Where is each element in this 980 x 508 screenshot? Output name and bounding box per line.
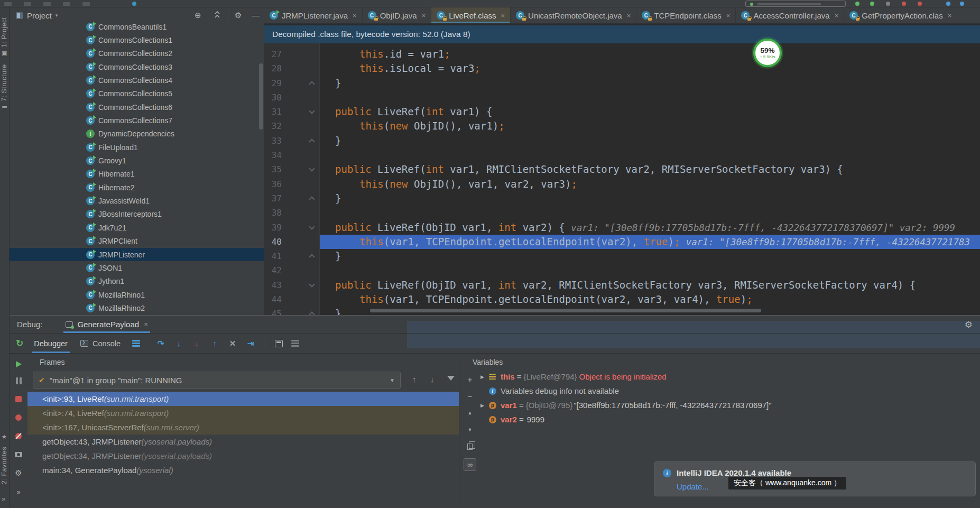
- force-step-into-icon[interactable]: ↓: [192, 339, 201, 348]
- frame-row[interactable]: <init>:74, LiveRef (sun.rmi.transport): [27, 406, 459, 420]
- close-icon[interactable]: ×: [144, 320, 148, 328]
- line-number[interactable]: 27: [264, 49, 282, 59]
- line-number[interactable]: 35: [264, 164, 282, 174]
- run-to-cursor-icon[interactable]: ⇥: [246, 339, 255, 348]
- collapse-all-icon[interactable]: [214, 11, 221, 20]
- code-line[interactable]: 36this(new ObjID(), var1, var2, var3);: [264, 177, 980, 191]
- step-over-icon[interactable]: ↷: [156, 339, 165, 348]
- fold-marker-icon[interactable]: [309, 108, 315, 114]
- filter-icon[interactable]: [447, 376, 455, 381]
- frame-row[interactable]: main:34, GeneratePayload (ysoserial): [27, 463, 459, 477]
- tree-item[interactable]: CHibernate1: [10, 168, 264, 181]
- close-icon[interactable]: ×: [726, 12, 731, 20]
- editor-tab[interactable]: CAccessController.java×: [736, 7, 844, 23]
- more-icon[interactable]: »: [14, 487, 23, 496]
- code-line[interactable]: 42: [264, 263, 980, 278]
- code-line[interactable]: 43public LiveRef(ObjID var1, int var2, R…: [264, 278, 980, 292]
- fold-marker-icon[interactable]: [309, 196, 315, 202]
- expand-arrow-icon[interactable]: ▶: [480, 374, 489, 380]
- stripe-structure-button[interactable]: 7: Structure: [1, 60, 8, 101]
- code-line[interactable]: 37}: [264, 191, 980, 206]
- code-line[interactable]: 38: [264, 206, 980, 220]
- tree-item[interactable]: CJSON1: [10, 261, 264, 274]
- code-viewport[interactable]: 27this.id = var1;28this.isLocal = var3;2…: [264, 47, 980, 315]
- coverage-icon[interactable]: [886, 2, 890, 6]
- code-line[interactable]: 44this(var1, TCPEndpoint.getLocalEndpoin…: [264, 292, 980, 307]
- tree-item[interactable]: IDynamicDependencies: [10, 127, 264, 141]
- profiler-icon[interactable]: [902, 2, 906, 6]
- debug-session-tab[interactable]: GeneratePayload ×: [63, 316, 150, 333]
- editor-tab[interactable]: CTCPEndpoint.class×: [636, 7, 736, 23]
- more-tool-windows-icon[interactable]: »: [2, 495, 5, 503]
- frame-row[interactable]: getObject:43, JRMPListener (ysoserial.pa…: [27, 435, 459, 449]
- update-link[interactable]: Update...: [677, 482, 709, 491]
- tab-console[interactable]: Console: [74, 334, 127, 353]
- hide-panel-icon[interactable]: —: [252, 11, 260, 20]
- thread-selector[interactable]: ✔ "main"@1 in group "main": RUNNING ▼: [33, 372, 401, 389]
- locate-icon[interactable]: ⊕: [195, 11, 201, 20]
- tree-item[interactable]: CJBossInterceptors1: [10, 208, 264, 221]
- code-line[interactable]: 41}: [264, 249, 980, 263]
- variable-row[interactable]: ▶pvar1={ObjID@795} "[30e8ff9b:17705b8d17…: [480, 398, 980, 412]
- line-number[interactable]: 30: [264, 93, 282, 103]
- tree-item[interactable]: CCommonsBeanutils1: [10, 20, 264, 33]
- copy-icon[interactable]: [464, 440, 476, 453]
- project-tool-icon[interactable]: ▣: [2, 50, 7, 57]
- layout-settings-icon[interactable]: [291, 340, 299, 347]
- close-icon[interactable]: ×: [353, 12, 357, 20]
- tree-item[interactable]: CCommonsCollections4: [10, 73, 264, 87]
- line-number[interactable]: 33: [264, 136, 282, 146]
- fold-marker-icon[interactable]: [309, 224, 315, 229]
- expand-arrow-icon[interactable]: ▶: [480, 403, 489, 408]
- tree-item[interactable]: CCommonsCollections1: [10, 33, 264, 47]
- line-number[interactable]: 37: [264, 193, 282, 204]
- fold-marker-icon[interactable]: [309, 81, 315, 87]
- line-number[interactable]: 40: [264, 237, 282, 247]
- fold-marker-icon[interactable]: [309, 281, 315, 287]
- step-out-icon[interactable]: ↑: [210, 339, 219, 348]
- editor-tab[interactable]: CObjID.java×: [363, 7, 432, 23]
- debug-icon[interactable]: [870, 2, 874, 6]
- editor-tab[interactable]: CJRMPListener.java×: [264, 7, 363, 23]
- evaluate-expression-icon[interactable]: [275, 340, 283, 347]
- remove-watch-icon[interactable]: −: [464, 390, 476, 402]
- line-number[interactable]: 28: [264, 63, 282, 73]
- close-icon[interactable]: ×: [501, 12, 505, 20]
- close-icon[interactable]: ×: [627, 12, 631, 20]
- frame-row[interactable]: <init>:167, UnicastServerRef (sun.rmi.se…: [27, 420, 459, 435]
- line-number[interactable]: 36: [264, 179, 282, 189]
- line-number[interactable]: 38: [264, 208, 282, 218]
- stop-icon[interactable]: [14, 394, 23, 404]
- code-line[interactable]: 34: [264, 148, 980, 162]
- frame-row[interactable]: getObject:34, JRMPListener (ysoserial.pa…: [27, 449, 459, 463]
- rerun-icon[interactable]: ↻: [16, 338, 23, 349]
- tree-item[interactable]: CJdk7u21: [10, 221, 264, 234]
- gear-icon[interactable]: ⚙: [235, 11, 242, 20]
- step-into-icon[interactable]: ↓: [174, 339, 183, 348]
- structure-tool-icon[interactable]: ≔: [2, 104, 7, 110]
- tree-item[interactable]: CJRMPClient: [10, 235, 264, 248]
- thread-dump-icon[interactable]: [14, 450, 23, 459]
- pause-icon[interactable]: [14, 376, 23, 385]
- code-line[interactable]: 35public LiveRef(int var1, RMIClientSock…: [264, 162, 980, 177]
- move-up-icon[interactable]: ▲: [464, 407, 476, 419]
- run-icon[interactable]: [855, 2, 859, 6]
- code-line[interactable]: 27this.id = var1;: [264, 47, 980, 61]
- code-line[interactable]: 33}: [264, 134, 980, 148]
- variable-row[interactable]: ▶this={LiveRef@794} Object is being init…: [480, 370, 980, 384]
- tree-item[interactable]: CFileUpload1: [10, 141, 264, 154]
- frame-row[interactable]: <init>:93, LiveRef (sun.rmi.transport): [27, 392, 459, 406]
- chevron-down-icon[interactable]: ▾: [56, 13, 58, 18]
- tab-debugger[interactable]: Debugger: [27, 334, 74, 353]
- settings-icon[interactable]: [960, 2, 964, 6]
- tree-item[interactable]: CCommonsCollections2: [10, 47, 264, 60]
- editor-tab[interactable]: CGetPropertyAction.clas×: [844, 7, 957, 23]
- resume-icon[interactable]: [14, 359, 23, 369]
- line-number[interactable]: 34: [264, 150, 282, 160]
- line-number[interactable]: 32: [264, 121, 282, 131]
- close-icon[interactable]: ×: [835, 12, 839, 20]
- frame-down-icon[interactable]: ↓: [430, 375, 434, 384]
- tree-item[interactable]: CMozillaRhino1: [10, 288, 264, 301]
- close-icon[interactable]: ×: [422, 12, 426, 20]
- line-number[interactable]: 31: [264, 107, 282, 117]
